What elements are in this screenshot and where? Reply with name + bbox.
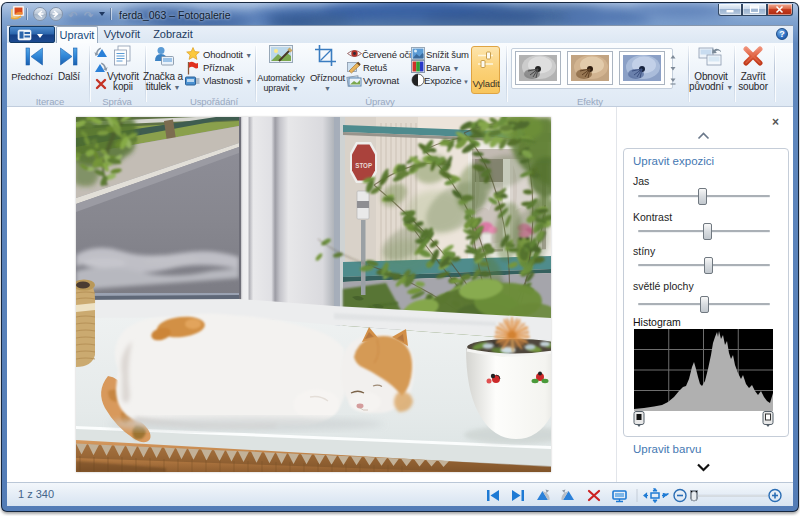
svg-text:STOP: STOP	[355, 162, 372, 171]
